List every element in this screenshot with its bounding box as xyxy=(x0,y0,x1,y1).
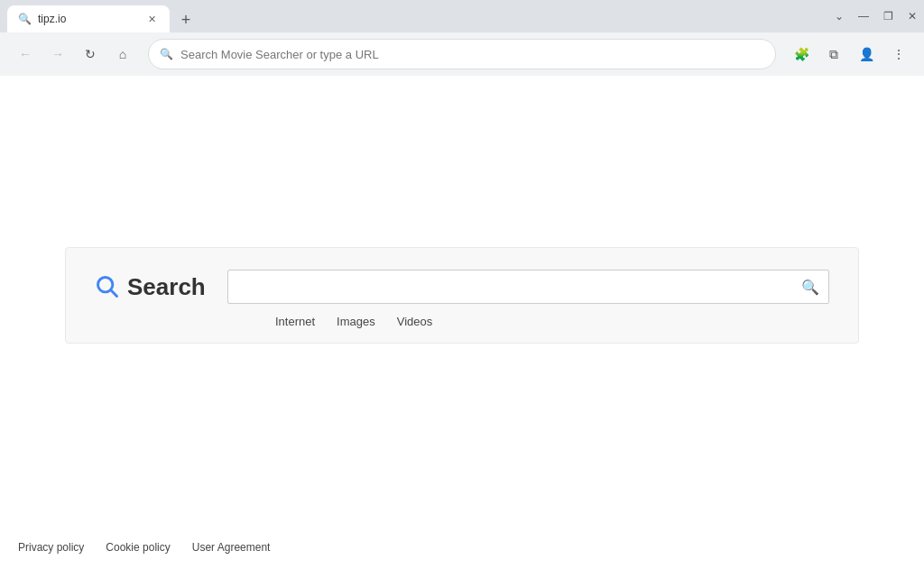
title-bar: 🔍 tipz.io ✕ + ⌄ — ❐ ✕ xyxy=(0,0,924,32)
navigation-bar: ← → ↻ ⌂ 🔍 🧩 ⧉ 👤 ⋮ xyxy=(0,32,924,76)
address-bar[interactable]: 🔍 xyxy=(148,39,776,69)
main-content: Search 🔍 Internet Images Videos Privacy … xyxy=(0,76,924,569)
search-text: Search xyxy=(127,273,206,301)
active-tab[interactable]: 🔍 tipz.io ✕ xyxy=(7,5,170,32)
tab-close-button[interactable]: ✕ xyxy=(144,12,159,26)
new-tab-button[interactable]: + xyxy=(173,7,199,32)
tab-favicon: 🔍 xyxy=(18,13,31,25)
search-nav-images[interactable]: Images xyxy=(337,315,375,328)
nav-right-icons: 🧩 ⧉ 👤 ⋮ xyxy=(787,40,913,69)
extensions-button[interactable]: 🧩 xyxy=(787,40,816,69)
search-nav-videos[interactable]: Videos xyxy=(397,315,433,328)
tabs-icon: ⧉ xyxy=(829,47,838,62)
home-button[interactable]: ⌂ xyxy=(108,40,137,69)
menu-icon: ⋮ xyxy=(892,47,905,61)
refresh-button[interactable]: ↻ xyxy=(76,40,105,69)
search-icon xyxy=(95,274,120,299)
minimize-button[interactable]: — xyxy=(858,10,869,23)
search-row: Search 🔍 xyxy=(95,270,829,304)
forward-icon: → xyxy=(51,47,64,61)
footer: Privacy policy Cookie policy User Agreem… xyxy=(0,526,924,569)
back-button[interactable]: ← xyxy=(11,40,40,69)
browser-window: 🔍 tipz.io ✕ + ⌄ — ❐ ✕ ← → ↻ ⌂ 🔍 xyxy=(0,0,924,569)
search-widget: Search 🔍 Internet Images Videos xyxy=(65,247,859,344)
profile-button[interactable]: 👤 xyxy=(852,40,881,69)
tab-bar: 🔍 tipz.io ✕ + xyxy=(7,0,827,32)
extensions-icon: 🧩 xyxy=(794,47,809,61)
back-icon: ← xyxy=(19,47,32,61)
search-input-container[interactable]: 🔍 xyxy=(227,270,829,304)
search-label: Search xyxy=(95,273,206,301)
chevron-icon[interactable]: ⌄ xyxy=(835,10,844,23)
tab-title: tipz.io xyxy=(38,13,137,25)
search-nav: Internet Images Videos xyxy=(275,315,432,328)
tabs-button[interactable]: ⧉ xyxy=(819,40,848,69)
refresh-icon: ↻ xyxy=(85,47,96,61)
window-controls: ⌄ — ❐ ✕ xyxy=(835,10,917,23)
search-nav-internet[interactable]: Internet xyxy=(275,315,315,328)
menu-button[interactable]: ⋮ xyxy=(884,40,913,69)
home-icon: ⌂ xyxy=(119,47,126,61)
forward-button[interactable]: → xyxy=(43,40,72,69)
search-input[interactable] xyxy=(237,280,801,295)
cookie-policy-link[interactable]: Cookie policy xyxy=(106,541,170,554)
search-submit-icon[interactable]: 🔍 xyxy=(801,279,819,296)
address-search-icon: 🔍 xyxy=(160,48,173,60)
privacy-policy-link[interactable]: Privacy policy xyxy=(18,541,84,554)
svg-line-1 xyxy=(111,290,116,296)
close-button[interactable]: ✕ xyxy=(908,10,917,23)
address-input[interactable] xyxy=(180,48,764,61)
maximize-button[interactable]: ❐ xyxy=(883,10,893,23)
profile-icon: 👤 xyxy=(859,47,874,61)
user-agreement-link[interactable]: User Agreement xyxy=(192,541,271,554)
